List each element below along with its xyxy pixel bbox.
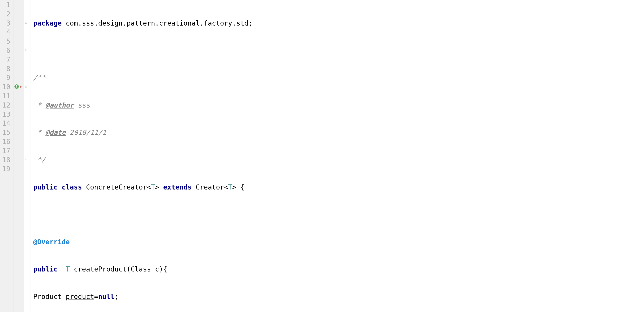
- keyword-extends: extends: [163, 183, 192, 192]
- line-number: 4: [0, 28, 11, 37]
- angle-bracket: >: [155, 183, 159, 192]
- keyword-public: public: [33, 183, 58, 192]
- method-args: (Class c){: [127, 265, 168, 274]
- javadoc-text: sss: [74, 101, 90, 110]
- angle-bracket: <: [224, 183, 228, 192]
- javadoc-tag-author: @author: [46, 101, 74, 110]
- angle-bracket: <: [147, 183, 151, 192]
- fold-gutter: ⊟ ⊡ ⊟ ⊡: [24, 0, 31, 312]
- line-number: 2: [0, 10, 11, 19]
- keyword-null: null: [98, 292, 114, 301]
- annotation-override: @Override: [33, 237, 70, 247]
- line-number: 11: [0, 92, 11, 101]
- line-number: 19: [0, 164, 11, 174]
- superclass-name: Creator: [196, 183, 224, 192]
- space: [70, 265, 74, 274]
- method-name: createProduct: [74, 265, 127, 274]
- space: [192, 183, 196, 192]
- space: [58, 183, 62, 192]
- fold-toggle-icon[interactable]: ⊟: [25, 18, 27, 28]
- line-number: 13: [0, 110, 11, 119]
- override-marker-icon[interactable]: I ↑: [14, 82, 22, 91]
- line-number: 18: [0, 156, 11, 165]
- package-name: com.sss.design.pattern.creational.factor…: [62, 19, 252, 28]
- space: [159, 183, 163, 192]
- line-number: 14: [0, 119, 11, 128]
- return-type: T: [66, 265, 70, 274]
- fold-end-icon[interactable]: ⊡: [25, 155, 27, 164]
- code-line[interactable]: package com.sss.design.pattern.creationa…: [33, 19, 644, 28]
- line-number: 9: [0, 73, 11, 83]
- code-line[interactable]: */: [33, 156, 644, 165]
- up-arrow-icon: ↑: [19, 83, 22, 90]
- angle-bracket: >: [232, 183, 236, 192]
- line-number: 3: [0, 19, 11, 28]
- line-number: 12: [0, 101, 11, 110]
- variable-name: product: [66, 292, 94, 301]
- equals: =: [94, 292, 98, 301]
- line-number: 8: [0, 64, 11, 74]
- class-name: ConcreteCreator: [86, 183, 147, 192]
- type-param: T: [228, 183, 232, 192]
- code-line[interactable]: public T createProduct(Class c){: [33, 265, 644, 274]
- code-line[interactable]: public class ConcreteCreator<T> extends …: [33, 183, 644, 192]
- javadoc-star: *: [33, 101, 46, 110]
- code-editor-content[interactable]: package com.sss.design.pattern.creationa…: [31, 0, 644, 312]
- marker-gutter: I ↑: [14, 0, 24, 312]
- line-number: 16: [0, 137, 11, 146]
- keyword-public: public: [33, 265, 58, 274]
- line-number: 6: [0, 46, 11, 55]
- line-number: 7: [0, 55, 11, 64]
- javadoc-star: *: [33, 128, 46, 137]
- code-line[interactable]: [33, 46, 644, 55]
- javadoc-tag-date: @date: [46, 128, 66, 137]
- line-number: 10: [0, 83, 11, 92]
- space: [82, 183, 86, 192]
- code-line[interactable]: /**: [33, 73, 644, 83]
- code-line[interactable]: Product product=null;: [33, 292, 644, 301]
- line-number: 17: [0, 146, 11, 156]
- code-line[interactable]: * @date 2018/11/1: [33, 128, 644, 137]
- javadoc-text: 2018/11/1: [66, 128, 106, 137]
- type-param: T: [151, 183, 155, 192]
- space: [58, 265, 66, 274]
- semicolon: ;: [114, 292, 118, 301]
- fold-toggle-icon[interactable]: ⊟: [25, 82, 27, 91]
- line-number: 1: [0, 1, 11, 10]
- javadoc-end: */: [33, 156, 46, 165]
- code-line[interactable]: @Override: [33, 237, 644, 247]
- type-name: Product: [33, 292, 66, 301]
- keyword-class: class: [62, 183, 82, 192]
- line-number: 15: [0, 128, 11, 137]
- code-line[interactable]: * @author sss: [33, 101, 644, 110]
- line-number: 5: [0, 37, 11, 46]
- fold-end-icon[interactable]: ⊡: [25, 46, 27, 55]
- line-number-gutter: 1 2 3 4 5 6 7 8 9 10 11 12 13 14 15 16 1…: [0, 0, 14, 312]
- code-line[interactable]: [33, 210, 644, 219]
- implements-icon: I: [14, 84, 19, 89]
- brace: {: [236, 183, 244, 192]
- javadoc-start: /**: [33, 73, 46, 83]
- keyword-package: package: [33, 19, 62, 28]
